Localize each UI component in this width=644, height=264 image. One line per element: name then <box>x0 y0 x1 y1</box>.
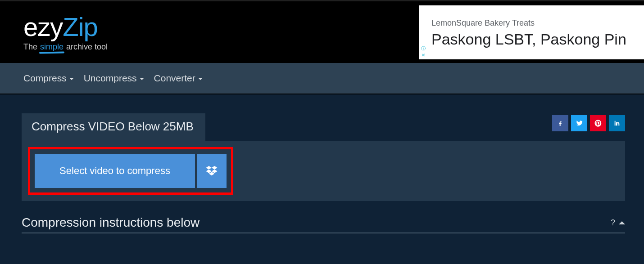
ad-close-icon[interactable]: ✕ <box>420 52 426 58</box>
pinterest-icon <box>594 119 602 127</box>
page-tab: Compress VIDEO Below 25MB <box>22 113 205 141</box>
ad-headline: Paskong LSBT, Paskong Pin <box>431 31 636 48</box>
social-share <box>552 115 625 131</box>
ad-markers: ⓘ ✕ <box>420 45 426 58</box>
nav-label: Compress <box>23 73 67 84</box>
brand-part2: Zip <box>63 14 98 40</box>
nav-converter[interactable]: Converter <box>154 73 203 84</box>
dropbox-icon <box>206 166 218 176</box>
nav-label: Converter <box>154 73 195 84</box>
help-icon[interactable]: ? <box>611 218 615 228</box>
chevron-down-icon <box>69 78 74 80</box>
nav-compress[interactable]: Compress <box>23 73 74 84</box>
nav-uncompress[interactable]: Uncompress <box>84 73 144 84</box>
instructions-header[interactable]: Compression instructions below ? <box>22 215 625 233</box>
select-video-button[interactable]: Select video to compress <box>35 154 195 188</box>
brand-tag-highlight: simple <box>40 43 63 51</box>
ad-banner[interactable]: ⓘ ✕ LemonSquare Bakery Treats Paskong LS… <box>419 5 644 59</box>
chevron-down-icon <box>198 78 203 80</box>
ad-info-icon[interactable]: ⓘ <box>420 45 426 52</box>
brand-part1: ezy <box>23 14 63 40</box>
main-nav: Compress Uncompress Converter <box>0 63 644 94</box>
facebook-icon <box>557 120 564 127</box>
top-header: ezyZip The simple archive tool ⓘ ✕ Lemon… <box>0 0 644 63</box>
brand-logo[interactable]: ezyZip The simple archive tool <box>23 14 108 51</box>
highlight-box: Select video to compress <box>28 147 233 195</box>
linkedin-icon <box>613 120 621 127</box>
brand-tag-after: archive tool <box>66 43 108 51</box>
linkedin-share-button[interactable] <box>609 115 625 131</box>
main-content: Compress VIDEO Below 25MB Select video t… <box>0 94 644 233</box>
twitter-icon <box>575 119 583 127</box>
brand-tag-before: The <box>23 43 37 51</box>
facebook-share-button[interactable] <box>552 115 568 131</box>
dropbox-button[interactable] <box>197 154 227 188</box>
nav-label: Uncompress <box>84 73 137 84</box>
upload-card: Select video to compress <box>22 141 625 201</box>
chevron-down-icon <box>140 78 144 80</box>
instructions-title: Compression instructions below <box>22 215 200 230</box>
select-video-label: Select video to compress <box>59 165 170 177</box>
pinterest-share-button[interactable] <box>590 115 606 131</box>
tab-row: Compress VIDEO Below 25MB <box>22 113 625 141</box>
twitter-share-button[interactable] <box>571 115 587 131</box>
ad-subtitle: LemonSquare Bakery Treats <box>431 18 636 28</box>
page-title: Compress VIDEO Below 25MB <box>32 120 194 133</box>
chevron-up-icon <box>619 221 625 224</box>
